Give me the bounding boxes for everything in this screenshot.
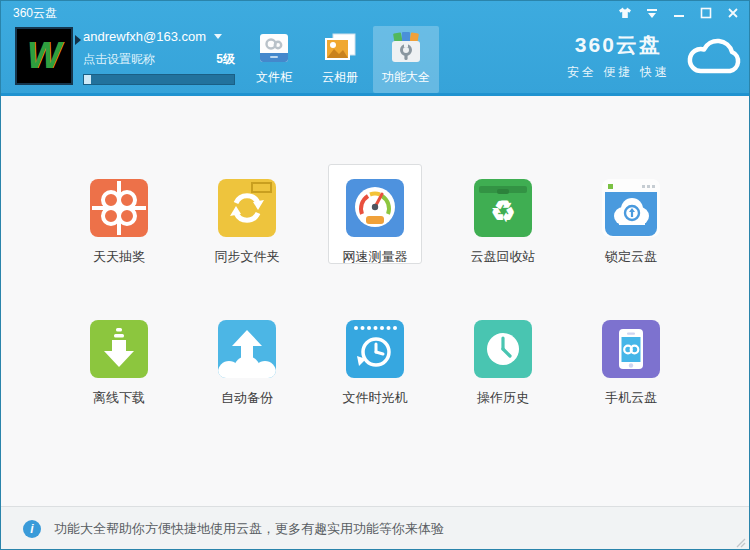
download-icon [90,320,148,378]
user-info: andrewfxh@163.com 点击设置昵称 5级 [83,29,235,85]
feature-label: 网速测量器 [343,248,408,266]
feature-offline-download[interactable]: 离线下载 [72,305,166,405]
info-icon: i [23,520,41,538]
minimize-icon[interactable] [671,6,687,20]
svg-text:♻: ♻ [490,196,515,227]
avatar[interactable]: W [15,27,73,85]
file-cabinet-icon [256,30,292,66]
brand-logo-text: 360云盘 [567,31,670,59]
tab-cloud-album[interactable]: 云相册 [307,26,373,93]
feature-speed-test[interactable]: 网速测量器 [328,164,422,264]
tab-label: 云相册 [322,69,358,86]
feature-label: 天天抽奖 [93,248,145,266]
set-nickname-link[interactable]: 点击设置昵称 [83,51,155,68]
feature-history[interactable]: 操作历史 [456,305,550,405]
account-menu[interactable]: andrewfxh@163.com [83,29,235,44]
lock-cloud-icon [602,179,660,237]
feature-label: 云盘回收站 [471,248,536,266]
speedometer-icon [346,179,404,237]
feature-label: 自动备份 [221,389,273,407]
app-window: 360云盘 W [0,0,750,550]
features-panel: 天天抽奖 同步文件夹 [1,96,749,506]
main-tabs: 文件柜 云相册 [241,26,439,93]
feature-label: 手机云盘 [605,389,657,407]
feature-label: 同步文件夹 [215,248,280,266]
resize-grip[interactable] [736,538,746,548]
sync-folder-icon [218,179,276,237]
features-box-icon [388,30,424,66]
user-email: andrewfxh@163.com [83,29,206,44]
window-controls [617,6,741,20]
titlebar: 360云盘 [1,1,749,25]
level-progress-fill [84,75,91,84]
cloud-album-icon [322,30,358,66]
tab-label: 功能大全 [382,69,430,86]
recycle-bin-icon: ♻ [474,179,532,237]
time-machine-icon [346,320,404,378]
features-grid: 天天抽奖 同步文件夹 [55,96,695,405]
feature-recycle-bin[interactable]: ♻ 云盘回收站 [456,164,550,264]
avatar-pointer [75,35,81,45]
level-progress-bar [83,74,235,85]
close-icon[interactable] [725,6,741,20]
feature-lock-drive[interactable]: 锁定云盘 [584,164,678,264]
footer-bar: i 功能大全帮助你方便快捷地使用云盘，更多有趣实用功能等你来体验 [1,506,749,550]
feature-sync-folder[interactable]: 同步文件夹 [200,164,294,264]
footer-message: 功能大全帮助你方便快捷地使用云盘，更多有趣实用功能等你来体验 [54,520,444,538]
history-clock-icon [474,320,532,378]
backup-upload-icon [218,320,276,378]
mobile-phone-icon [602,320,660,378]
cloud-logo-icon [678,33,748,79]
brand-tagline: 安全 便捷 快速 [567,64,670,81]
feature-label: 操作历史 [477,389,529,407]
feature-label: 文件时光机 [343,389,408,407]
main-menu-icon[interactable] [644,6,660,20]
chevron-down-icon [214,34,222,39]
header: 360云盘 W [1,1,749,96]
feature-mobile-drive[interactable]: 手机云盘 [584,305,678,405]
brand: 360云盘 安全 便捷 快速 [567,31,748,81]
feature-time-machine[interactable]: 文件时光机 [328,305,422,405]
feature-lottery[interactable]: 天天抽奖 [72,164,166,264]
lottery-gift-icon [90,179,148,237]
tab-features[interactable]: 功能大全 [373,26,439,93]
feature-label: 锁定云盘 [605,248,657,266]
feature-auto-backup[interactable]: 自动备份 [200,305,294,405]
maximize-icon[interactable] [698,6,714,20]
feature-label: 离线下载 [93,389,145,407]
window-title: 360云盘 [13,5,57,22]
tab-label: 文件柜 [256,69,292,86]
user-level-badge: 5级 [216,51,235,68]
tab-file-cabinet[interactable]: 文件柜 [241,26,307,93]
skin-icon[interactable] [617,6,633,20]
